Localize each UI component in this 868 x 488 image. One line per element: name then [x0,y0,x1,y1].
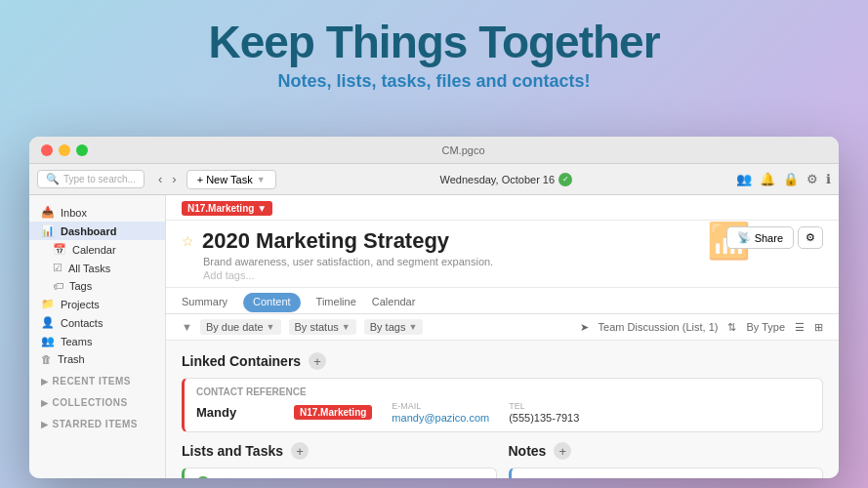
email-value[interactable]: mandy@pazico.com [392,412,489,424]
linked-containers-section-header: Linked Containers + [182,352,823,370]
tags-icon: 🏷 [53,280,63,292]
starred-items-header[interactable]: ▶ STARRED ITEMS [29,411,165,432]
breadcrumb-bar: N17.Marketing ▼ [166,195,839,221]
teams-icon: 👥 [41,335,55,347]
page-header: ☆ 2020 Marketing Strategy Brand awarenes… [166,221,839,288]
notes-section-header: Notes + [509,442,824,460]
collections-label: COLLECTIONS [53,397,128,408]
by-type-filter[interactable]: By Type [746,321,785,333]
notes-section-title: Notes [509,443,547,459]
gear-icon[interactable]: ⚙ [806,172,818,186]
tab-calendar[interactable]: Calendar [372,292,416,313]
search-placeholder-text: Type to search... [63,174,136,184]
sort-icon: ⇅ [727,321,736,334]
tel-value[interactable]: (555)135-7913 [509,412,579,424]
forward-button[interactable]: › [168,170,180,188]
filter-tags-arrow: ▼ [408,322,417,332]
lists-add-button[interactable]: + [291,442,309,460]
recent-items-header[interactable]: ▶ RECENT ITEMS [29,368,165,389]
sidebar-item-teams[interactable]: 👥 Teams [29,332,165,350]
list-view-icon[interactable]: ☰ [795,321,805,334]
lists-section-title: Lists and Tasks [182,443,283,459]
linked-containers-add-button[interactable]: + [309,352,326,370]
filter-status-arrow: ▼ [342,322,351,332]
starred-items-label: STARRED ITEMS [53,419,138,429]
close-button[interactable] [41,144,53,156]
filter-icon: ▼ [182,321,192,333]
hero-title: Keep Things Together [0,18,868,67]
email-label: E-MAIL [392,401,489,411]
sub-nav: Summary Content Timeline Calendar [166,288,839,314]
new-task-button[interactable]: + New Task ▼ [186,170,276,189]
sidebar-item-contacts-label: Contacts [61,317,103,329]
sidebar-item-trash[interactable]: 🗑 Trash [29,350,165,368]
contacts-icon: 👤 [41,316,55,329]
list-item-prep-title-row: Prep [196,476,242,478]
people-icon[interactable]: 👥 [736,172,752,186]
task-status-circle [196,476,210,478]
settings-icon: ⚙ [806,231,815,243]
share-button[interactable]: 📡 Share [726,226,794,249]
linked-container-tag[interactable]: N17.Marketing [294,405,372,420]
starred-items-arrow: ▶ [41,420,49,429]
wifi-icon-share: 📡 [737,231,751,244]
sidebar-item-dashboard[interactable]: 📊 Dashboard [29,222,165,240]
filter-due-date-arrow: ▼ [267,322,275,332]
tab-timeline[interactable]: Timeline [316,292,356,313]
breadcrumb-chevron: ▼ [257,203,267,214]
grid-view-icon[interactable]: ⊞ [814,321,823,334]
team-discussion-filter[interactable]: Team Discussion (List, 1) [599,321,719,333]
sidebar-item-inbox[interactable]: 📥 Inbox [29,203,165,222]
collections-header[interactable]: ▶ COLLECTIONS [29,389,165,411]
collections-arrow: ▶ [41,398,49,408]
sidebar-item-all-tasks-label: All Tasks [68,263,110,274]
info-icon[interactable]: ℹ [826,172,831,186]
task-name-prep: Prep [216,476,242,478]
calendar-icon: 📅 [53,243,66,256]
linked-container-row: Mandy N17.Marketing E-MAIL mandy@pazico.… [196,401,810,424]
sidebar-item-calendar-label: Calendar [72,244,116,256]
maximize-button[interactable] [76,144,88,156]
content-area: Linked Containers + CONTACT REFERENCE Ma… [166,341,839,478]
new-task-dropdown-icon: ▼ [257,175,266,184]
search-box[interactable]: 🔍 Type to search... [37,170,145,188]
lock-icon[interactable]: 🔒 [783,172,799,186]
tab-content[interactable]: Content [243,293,301,312]
tags-row[interactable]: Add tags... [203,269,823,281]
sidebar-item-teams-label: Teams [61,336,92,347]
search-icon: 🔍 [46,173,60,185]
sidebar-item-contacts[interactable]: 👤 Contacts [29,313,165,332]
date-text: Wednesday, October 16 [439,174,555,185]
toolbar: 🔍 Type to search... ‹ › + New Task ▼ Wed… [29,164,839,195]
star-icon[interactable]: ☆ [182,233,194,249]
sidebar-item-tags[interactable]: 🏷 Tags [29,277,165,295]
page-title: 2020 Marketing Strategy [202,228,449,254]
notes-column: Notes + Expansion N17.Marketing.Onboa...… [509,442,824,478]
sidebar-item-trash-label: Trash [58,353,85,365]
breadcrumb-tag[interactable]: N17.Marketing ▼ [182,201,272,216]
sidebar-item-calendar[interactable]: 📅 Calendar [29,240,165,259]
notes-add-button[interactable]: + [554,442,571,460]
filter-status-label: By status [295,321,339,333]
bell-icon[interactable]: 🔔 [760,172,775,186]
inbox-icon: 📥 [41,206,55,219]
linked-container-tel-field: TEL (555)135-7913 [509,401,579,424]
send-icon: ➤ [580,321,589,334]
toolbar-action-icons: 👥 🔔 🔒 ⚙ ℹ [736,172,831,186]
filter-by-status[interactable]: By status ▼ [289,319,356,335]
sidebar: 📥 Inbox 📊 Dashboard 📅 Calendar ☑ All Tas… [29,195,166,478]
tab-summary[interactable]: Summary [182,292,227,313]
sidebar-item-projects[interactable]: 📁 Projects [29,295,165,313]
filter-by-due-date[interactable]: By due date ▼ [200,319,281,335]
sidebar-item-tags-label: Tags [69,280,92,292]
sidebar-item-projects-label: Projects [61,299,100,310]
back-button[interactable]: ‹ [154,170,166,188]
page-settings-button[interactable]: ⚙ [798,226,823,249]
minimize-button[interactable] [59,144,70,156]
sidebar-item-all-tasks[interactable]: ☑ All Tasks [29,259,165,277]
filter-by-tags[interactable]: By tags ▼ [364,319,424,335]
dashboard-icon: 📊 [41,224,55,237]
note-card-expansion: Expansion N17.Marketing.Onboa... [509,468,824,478]
sidebar-item-inbox-label: Inbox [61,207,87,219]
filter-tags-label: By tags [370,321,406,333]
